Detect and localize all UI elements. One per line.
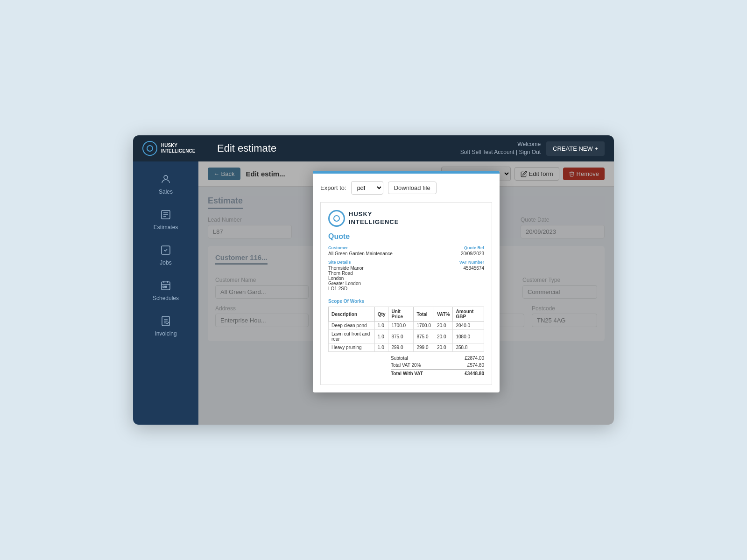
sidebar-item-sales[interactable]: Sales	[133, 166, 198, 202]
quote-totals: Subtotal £2874.00 Total VAT 20% £574.80 …	[328, 355, 484, 377]
export-label: Export to:	[320, 184, 346, 191]
vat-meta: VAT Number 45345674	[459, 260, 484, 295]
quote-ref-label: Quote Ref	[461, 245, 484, 250]
sidebar-item-jobs[interactable]: Jobs	[133, 237, 198, 273]
welcome-text: Welcome Soft Sell Test Account | Sign Ou…	[460, 140, 541, 156]
sidebar-item-invoicing[interactable]: Invoicing	[133, 308, 198, 343]
calendar-icon	[159, 279, 172, 292]
customer-value: All Green Garden Maintenance	[328, 251, 393, 256]
col-amount-gbp: Amount GBP	[453, 307, 484, 322]
subtotal-label: Subtotal	[391, 356, 408, 361]
site-meta: Site Details Thornside Manor Thorn Road …	[328, 260, 484, 295]
customer-label: Customer	[328, 245, 393, 250]
col-description: Description	[329, 307, 375, 322]
scope-label: Scope Of Works	[328, 299, 484, 304]
quote-table: Description Qty Unit Price Total VAT% Am…	[328, 307, 484, 352]
vat-row: Total VAT 20% £574.80	[391, 362, 484, 369]
person-icon	[159, 173, 172, 186]
quote-meta-right: Quote Ref 20/09/2023	[461, 245, 484, 256]
check-icon	[159, 244, 172, 257]
total-value: £3448.80	[465, 371, 484, 376]
sidebar-item-label: Sales	[159, 189, 173, 195]
modal-body: Export to: pdfcsvexcel Download file	[313, 174, 500, 392]
vat-total-value: £574.80	[467, 363, 484, 368]
col-total: Total	[414, 307, 434, 322]
sidebar-item-label: Estimates	[154, 224, 178, 231]
sidebar-item-estimates[interactable]: Estimates	[133, 202, 198, 237]
svg-rect-10	[163, 286, 164, 287]
sidebar-item-schedules[interactable]: Schedules	[133, 273, 198, 308]
quote-meta-left: Customer All Green Garden Maintenance	[328, 245, 393, 256]
subtotal-value: £2874.00	[465, 356, 484, 361]
logo-text: HUSKYINTELLIGENCE	[161, 143, 195, 154]
sidebar: Sales Estimates	[133, 161, 198, 425]
export-format-select[interactable]: pdfcsvexcel	[351, 181, 383, 195]
modal-overlay: Export to: pdfcsvexcel Download file	[198, 161, 614, 425]
table-row: Deep clean pond1.01700.01700.020.02040.0	[329, 322, 484, 330]
download-file-button[interactable]: Download file	[388, 182, 437, 194]
husky-logo-icon	[328, 210, 345, 227]
quote-title: Quote	[328, 232, 484, 241]
nav-right: Welcome Soft Sell Test Account | Sign Ou…	[460, 140, 605, 156]
table-row: Lawn cut front and rear1.0875.0875.020.0…	[329, 330, 484, 343]
sidebar-item-label: Jobs	[160, 259, 171, 266]
husky-logo-text: HUSKYINTELLIGENCE	[349, 210, 399, 226]
quote-header: HUSKYINTELLIGENCE	[328, 210, 484, 227]
vat-total-label: Total VAT 20%	[391, 363, 421, 368]
total-label: Total With VAT	[391, 371, 423, 376]
sidebar-item-label: Invoicing	[155, 330, 176, 337]
col-qty: Qty	[374, 307, 388, 322]
col-vat: VAT%	[434, 307, 453, 322]
export-row: Export to: pdfcsvexcel Download file	[320, 181, 492, 195]
quote-meta: Customer All Green Garden Maintenance Qu…	[328, 245, 484, 256]
page-title: Edit estimate	[208, 142, 460, 154]
app-window: HUSKYINTELLIGENCE Edit estimate Welcome …	[133, 135, 614, 425]
totals-table: Subtotal £2874.00 Total VAT 20% £574.80 …	[391, 355, 484, 377]
download-modal: Export to: pdfcsvexcel Download file	[313, 171, 500, 392]
total-row: Total With VAT £3448.80	[391, 370, 484, 377]
table-row: Heavy pruning1.0299.0299.020.0358.8	[329, 343, 484, 352]
create-new-button[interactable]: CREATE NEW +	[546, 141, 605, 156]
logo-area: HUSKYINTELLIGENCE	[142, 141, 208, 156]
invoice-icon	[159, 315, 172, 328]
quote-ref-value: 20/09/2023	[461, 251, 484, 256]
main-layout: Sales Estimates	[133, 161, 614, 425]
quote-document: HUSKYINTELLIGENCE Quote Customer All Gre…	[320, 202, 492, 385]
husky-logo: HUSKYINTELLIGENCE	[328, 210, 399, 227]
svg-point-0	[164, 175, 168, 179]
content-area: ← Back Edit estim... OFTSELLONLINE Edit …	[198, 161, 614, 425]
svg-rect-11	[165, 286, 167, 287]
list-icon	[159, 208, 172, 221]
col-unit-price: Unit Price	[388, 307, 414, 322]
top-nav: HUSKYINTELLIGENCE Edit estimate Welcome …	[133, 135, 614, 161]
logo-icon	[142, 141, 157, 156]
sidebar-item-label: Schedules	[153, 295, 179, 301]
site-details: Site Details Thornside Manor Thorn Road …	[328, 260, 364, 291]
subtotal-row: Subtotal £2874.00	[391, 355, 484, 362]
